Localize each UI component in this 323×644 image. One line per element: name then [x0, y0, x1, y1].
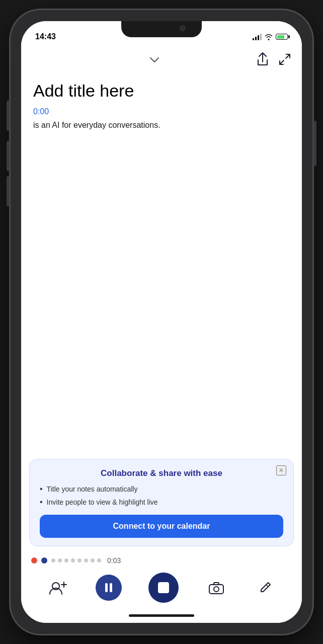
- playback-time: 0:03: [107, 556, 121, 565]
- collapse-button[interactable]: [148, 53, 160, 66]
- playback-dot-red: [31, 557, 37, 564]
- promo-item-2: Invite people to view & highlight live: [40, 498, 283, 507]
- connect-calendar-button[interactable]: Connect to your calendar: [40, 515, 283, 538]
- svg-point-5: [214, 587, 219, 592]
- timestamp[interactable]: 0:00: [33, 107, 290, 116]
- status-time: 14:43: [35, 32, 56, 41]
- svg-rect-4: [209, 585, 223, 594]
- add-people-button[interactable]: [47, 577, 69, 599]
- playback-dots: [51, 558, 101, 562]
- promo-item-1: Title your notes automatically: [40, 485, 283, 494]
- home-indicator: [21, 608, 302, 623]
- notch: [121, 21, 202, 37]
- playback-bar: 0:03: [21, 550, 302, 568]
- playback-dot-blue: [41, 557, 47, 564]
- pause-button[interactable]: [96, 575, 122, 601]
- pen-button[interactable]: [254, 577, 276, 599]
- note-title[interactable]: Add title here: [33, 80, 290, 101]
- share-button[interactable]: [256, 52, 270, 66]
- top-bar: [21, 46, 302, 72]
- wifi-icon: [265, 33, 273, 40]
- controls-bar: [21, 568, 302, 608]
- note-content: Add title here 0:00 is an AI for everyda…: [21, 72, 302, 139]
- battery-icon: [276, 34, 288, 40]
- promo-list: Title your notes automatically Invite pe…: [40, 485, 283, 507]
- promo-card: × Collaborate & share with ease Title yo…: [29, 459, 294, 546]
- note-text: is an AI for everyday conversations.: [33, 119, 290, 131]
- promo-title: Collaborate & share with ease: [40, 468, 283, 478]
- front-camera: [180, 25, 186, 31]
- promo-close-button[interactable]: ×: [276, 465, 286, 475]
- status-icons: [253, 33, 288, 40]
- home-bar: [129, 614, 194, 617]
- stop-icon: [158, 582, 169, 593]
- pause-icon: [105, 583, 112, 592]
- svg-line-6: [266, 585, 268, 587]
- signal-icon: [253, 33, 262, 40]
- camera-button[interactable]: [205, 577, 227, 599]
- stop-button[interactable]: [148, 573, 179, 603]
- expand-button[interactable]: [278, 52, 292, 66]
